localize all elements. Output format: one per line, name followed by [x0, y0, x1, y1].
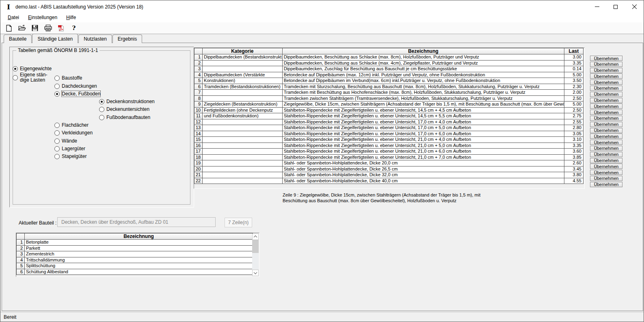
scrollbar-thumb[interactable]: [252, 240, 259, 253]
load-table-row[interactable]: 19Stahl- oder Spannbeton-Hohlplattendeck…: [194, 160, 583, 166]
load-table-row[interactable]: 21Stahl- oder Spannbeton-Hohlplattendeck…: [194, 172, 583, 178]
menu-datei[interactable]: Datei: [3, 13, 24, 22]
load-table-row[interactable]: 14Stahlbeton-Rippendecke mit Ziegelferti…: [194, 131, 583, 137]
scroll-up-button[interactable]: [252, 233, 259, 240]
uebernehmen-button-row-11[interactable]: Übernehmen: [590, 116, 622, 121]
radio-eigene-staendige-lasten[interactable]: Eigene stän- dige Lasten: [13, 72, 47, 83]
uebernehmen-button-row-18[interactable]: Übernehmen: [590, 158, 622, 163]
uebernehmen-button-row-22[interactable]: Übernehmen: [590, 182, 622, 187]
print-icon[interactable]: [43, 23, 53, 33]
uebernehmen-button-row-6[interactable]: Übernehmen: [590, 86, 622, 91]
uebernehmen-button-row-15[interactable]: Übernehmen: [590, 140, 622, 145]
load-table-row[interactable]: 6Tramdecken (Bestandskonstruktionen)Tram…: [194, 84, 583, 90]
part-table-row[interactable]: 2Parkett: [17, 245, 253, 251]
uebernehmen-button-row-21[interactable]: Übernehmen: [590, 176, 622, 181]
radio-stapelgueter[interactable]: Stapelgüter: [54, 153, 86, 159]
radio-flachdaecher[interactable]: Flachdächer: [54, 122, 89, 128]
part-table-row[interactable]: 4Trittschalldämmung: [17, 257, 253, 263]
uebernehmen-button-row-19[interactable]: Übernehmen: [590, 164, 622, 169]
row9-note-line1: Zeile 9 : Ziegelgewölbe, Dicke 15cm, zwi…: [283, 192, 480, 198]
tab-ergebnis[interactable]: Ergebnis: [112, 35, 142, 43]
part-table-row[interactable]: 5Splittschüttung: [17, 263, 253, 269]
part-table-scrollbar[interactable]: [252, 233, 259, 276]
radio-decke-fussboden[interactable]: Decke, Fußboden: [54, 91, 100, 97]
uebernehmen-button-row-5[interactable]: Übernehmen: [590, 80, 622, 85]
load-table-row[interactable]: 3Dippelbaumdecken, Zuschlag für Beschütt…: [194, 66, 583, 72]
save-icon[interactable]: [30, 23, 40, 33]
uebernehmen-button-row-2[interactable]: Übernehmen: [590, 62, 622, 67]
uebernehmen-button-row-9[interactable]: Übernehmen: [590, 104, 622, 109]
minimize-button[interactable]: [588, 0, 606, 13]
uebernehmen-button-row-16[interactable]: Übernehmen: [590, 146, 622, 151]
menu-einstellungen[interactable]: Einstellungen: [24, 13, 62, 22]
window-title: demo.last - ABIS Lastaufstellung Version…: [15, 4, 143, 10]
maximize-button[interactable]: [606, 0, 625, 13]
load-table-row[interactable]: 8Tramdecken zwischen Stahlträgern (Tramt…: [194, 95, 583, 102]
current-part-field[interactable]: Decken, Decken über Erdgeschoß, Aufbau Z…: [57, 217, 216, 227]
close-button[interactable]: [625, 0, 644, 13]
tab-nutzlasten[interactable]: Nutzlasten: [78, 35, 112, 43]
radio-deckenuntersichten[interactable]: Deckenuntersichten: [99, 106, 149, 112]
radio-baustoffe[interactable]: Baustoffe: [54, 75, 82, 81]
uebernehmen-button-row-17[interactable]: Übernehmen: [590, 152, 622, 157]
bezeichnung-header: Bezeichnung: [25, 233, 253, 240]
uebernehmen-button-row-3[interactable]: Übernehmen: [590, 68, 622, 73]
radio-lagergueter[interactable]: Lagergüter: [54, 146, 85, 151]
uebernehmen-button-row-10[interactable]: Übernehmen: [590, 110, 622, 115]
question-mark-glyph: [72, 24, 76, 32]
load-table-row[interactable]: 4Dippelbaumdecken (VerstärkteBetondecke …: [194, 72, 583, 78]
new-document-icon[interactable]: [4, 23, 14, 33]
radio-waende[interactable]: Wände: [54, 138, 77, 144]
kategorie-cell: [203, 119, 283, 125]
row-count-button[interactable]: 7 Zeile(n): [225, 218, 252, 227]
uebernehmen-button-row-12[interactable]: Übernehmen: [590, 122, 622, 127]
part-table-header-row: Bezeichnung: [17, 233, 253, 240]
uebernehmen-button-row-1[interactable]: Übernehmen: [590, 56, 622, 61]
load-table-row[interactable]: 13Stahlbeton-Rippendecke mit Ziegelferti…: [194, 125, 583, 131]
groupbox-title: Tabellen gemäß ÖNORM B 1991-1-1: [16, 48, 99, 53]
load-table-row[interactable]: 12Stahlbeton-Rippendecke mit Ziegelferti…: [194, 119, 583, 125]
load-table-row[interactable]: 1Dippelbaumdecken (Bestandskonstrukt.)Di…: [194, 54, 583, 61]
scroll-down-button[interactable]: [252, 270, 259, 276]
load-table-row[interactable]: 7Tramdecken mit Beschüttung aus Hochofen…: [194, 90, 583, 96]
bezeichnung-header: Bezeichnung: [282, 48, 564, 54]
load-table-row[interactable]: 18Stahlbeton-Rippendecke mit Ziegelferti…: [194, 154, 583, 160]
uebernehmen-button-row-8[interactable]: Übernehmen: [590, 98, 622, 103]
row-number-cell: 1: [194, 54, 203, 61]
load-table-row[interactable]: 5Konstruktionen)Betondecke auf Dippelbäu…: [194, 78, 583, 84]
kategorie-cell: Ziegeldecken (Bestandskonstruktion): [203, 102, 283, 108]
uebernehmen-button-row-13[interactable]: Übernehmen: [590, 128, 622, 133]
menu-hilfe[interactable]: Hilfe: [62, 13, 80, 22]
pdf-export-icon[interactable]: [56, 23, 66, 33]
part-table-row[interactable]: 6Schüttung Altbestand: [17, 269, 253, 275]
radio-dachdeckungen[interactable]: Dachdeckungen: [54, 83, 97, 89]
load-table-row[interactable]: 17Stahlbeton-Rippendecke mit Ziegelferti…: [194, 149, 583, 155]
uebernehmen-button-row-4[interactable]: Übernehmen: [590, 73, 622, 79]
load-table-row[interactable]: 9Ziegeldecken (Bestandskonstruktion)Zieg…: [194, 102, 583, 108]
load-table-row[interactable]: 16Stahlbeton-Rippendecke mit Ziegelferti…: [194, 143, 583, 149]
part-table-row[interactable]: 3Zementestrich: [17, 251, 253, 257]
radio-deckenkonstruktionen[interactable]: Deckenkonstruktionen: [99, 99, 155, 104]
radio-label: Flachdächer: [62, 122, 89, 128]
radio-dot: [54, 146, 60, 151]
radio-eigengewichte[interactable]: Eigengewichte: [13, 66, 52, 71]
uebernehmen-button-row-20[interactable]: Übernehmen: [590, 170, 622, 175]
part-table-row[interactable]: 1Betonplatte: [17, 240, 253, 246]
tab-bauteile[interactable]: Bauteile: [4, 35, 32, 43]
load-table-row[interactable]: 15Stahlbeton-Rippendecke mit Ziegelferti…: [194, 137, 583, 143]
load-table-row[interactable]: 22Stahl- oder Spannbeton-Hohlplattendeck…: [194, 178, 583, 184]
radio-dot: [99, 115, 104, 120]
uebernehmen-button-row-14[interactable]: Übernehmen: [590, 134, 622, 139]
radio-fussbodenaufbauten[interactable]: Fußbodenaufbauten: [99, 115, 150, 120]
uebernehmen-button-row-7[interactable]: Übernehmen: [590, 92, 622, 97]
radio-label: Dachdeckungen: [62, 83, 97, 89]
load-table-row[interactable]: 11und Fußbodenkonstruktion)Stahlbeton-Ri…: [194, 113, 583, 119]
open-file-icon[interactable]: [17, 23, 27, 33]
tab-staendige-lasten[interactable]: Ständige Lasten: [32, 34, 78, 43]
load-table-row[interactable]: 10Fertigteildecken (ohne DeckenputzStahl…: [194, 107, 583, 113]
radio-verkleidungen[interactable]: Verkleidungen: [54, 130, 93, 136]
load-table-row[interactable]: 2Dippelbaumdecken, Beschüttung aus Schla…: [194, 60, 583, 66]
help-icon[interactable]: [69, 23, 79, 33]
bezeichnung-cell: Stahl- oder Spannbeton-Hohlplattendecke,…: [282, 166, 564, 172]
load-table-row[interactable]: 20Stahl- oder Spannbeton-Hohlplattendeck…: [194, 166, 583, 172]
